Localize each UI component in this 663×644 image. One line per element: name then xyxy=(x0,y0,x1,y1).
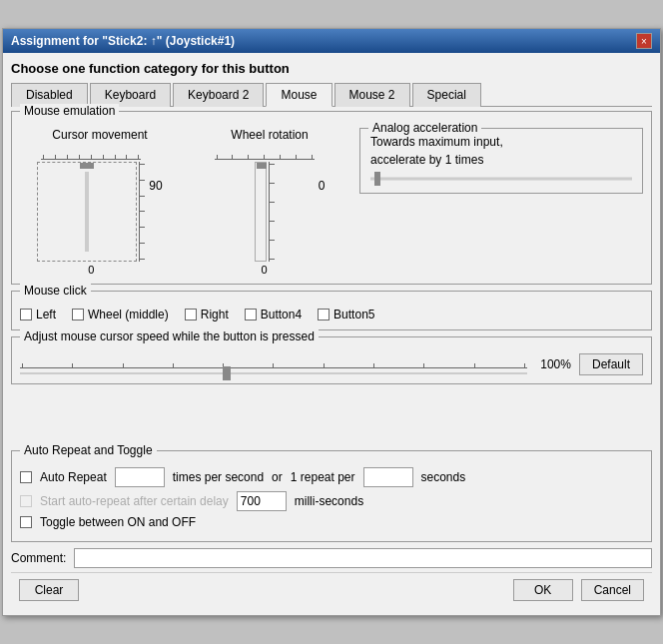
cursor-v-handle[interactable] xyxy=(80,163,94,169)
clear-button[interactable]: Clear xyxy=(19,579,79,601)
wheel-handle[interactable] xyxy=(257,163,267,169)
analog-accel-line2: accelerate by 1 times xyxy=(370,153,632,167)
mouse-click-group: Mouse click Left Wheel (middle) Right Bu… xyxy=(11,291,652,330)
wheel-slider-box[interactable] xyxy=(255,162,267,262)
toggle-label: Toggle between ON and OFF xyxy=(40,515,196,529)
tab-keyboard2[interactable]: Keyboard 2 xyxy=(173,83,264,107)
tab-special[interactable]: Special xyxy=(412,83,481,107)
button5-label: Button5 xyxy=(333,308,374,322)
ok-button[interactable]: OK xyxy=(513,579,573,601)
wheel-vertical-value: 0 xyxy=(319,179,326,193)
left-checkbox[interactable] xyxy=(20,309,32,321)
wheel-value: 0 xyxy=(262,264,268,276)
mouse-click-options: Left Wheel (middle) Right Button4 Button… xyxy=(20,300,643,322)
tab-mouse2[interactable]: Mouse 2 xyxy=(334,83,410,107)
spacer xyxy=(11,390,652,450)
cursor-movement-label: Cursor movement xyxy=(52,128,147,142)
mouse-emulation-group: Mouse emulation Cursor movement xyxy=(11,111,652,285)
mouse-emulation-label: Mouse emulation xyxy=(20,104,119,118)
analog-accel-label: Analog acceleration xyxy=(368,121,481,135)
speed-adjust-inner: 100% Default xyxy=(20,345,643,375)
cursor-vertical-value: 90 xyxy=(149,179,162,193)
right-label: Right xyxy=(201,308,229,322)
title-bar: Assignment for "Stick2: ↑" (Joystick#1) … xyxy=(3,29,660,53)
main-window: Assignment for "Stick2: ↑" (Joystick#1) … xyxy=(2,28,661,616)
auto-repeat-group: Auto Repeat and Toggle Auto Repeat times… xyxy=(11,450,652,542)
mouse-click-button4: Button4 xyxy=(245,308,302,322)
start-delay-checkbox[interactable] xyxy=(20,495,32,507)
seconds-input[interactable] xyxy=(363,467,413,487)
tab-mouse[interactable]: Mouse xyxy=(266,83,332,107)
right-checkbox[interactable] xyxy=(185,309,197,321)
analog-accel-slider[interactable] xyxy=(370,171,632,187)
analog-accel-area: Analog acceleration Towards maximum inpu… xyxy=(359,128,643,194)
window-body: Choose one function category for this bu… xyxy=(3,53,660,615)
or-label: or xyxy=(272,470,283,484)
close-button[interactable]: × xyxy=(636,33,652,49)
bottom-right-buttons: OK Cancel xyxy=(513,579,644,601)
cancel-button[interactable]: Cancel xyxy=(581,579,644,601)
button4-checkbox[interactable] xyxy=(245,309,257,321)
wheel-label: Wheel (middle) xyxy=(88,308,169,322)
speed-slider[interactable] xyxy=(20,356,527,372)
cursor-v-track xyxy=(85,172,89,252)
milli-label: milli-seconds xyxy=(295,494,363,508)
cursor-value: 0 xyxy=(88,264,94,276)
analog-accel-track xyxy=(370,178,632,181)
mouse-click-right: Right xyxy=(185,308,229,322)
comment-input[interactable] xyxy=(74,548,652,568)
times-per-second-label: times per second xyxy=(173,470,264,484)
cursor-movement-area: Cursor movement xyxy=(20,128,180,276)
wheel-rotation-label: Wheel rotation xyxy=(231,128,308,142)
window-title: Assignment for "Stick2: ↑" (Joystick#1) xyxy=(11,34,235,48)
comment-label: Comment: xyxy=(11,551,66,565)
mouse-click-wheel: Wheel (middle) xyxy=(72,308,169,322)
auto-repeat-row3: Toggle between ON and OFF xyxy=(20,515,643,529)
auto-repeat-checkbox[interactable] xyxy=(20,471,32,483)
speed-adjust-label: Adjust mouse cursor speed while the butt… xyxy=(20,329,319,343)
speed-adjust-group: Adjust mouse cursor speed while the butt… xyxy=(11,336,652,384)
mouse-emulation-inner: Cursor movement xyxy=(20,120,643,276)
auto-repeat-row2: Start auto-repeat after certain delay mi… xyxy=(20,491,643,511)
analog-accel-box: Analog acceleration Towards maximum inpu… xyxy=(359,128,643,194)
mouse-click-left: Left xyxy=(20,308,56,322)
wheel-checkbox[interactable] xyxy=(72,309,84,321)
times-input[interactable] xyxy=(115,467,165,487)
button5-checkbox[interactable] xyxy=(318,309,330,321)
auto-repeat-inner: Auto Repeat times per second or 1 repeat… xyxy=(20,459,643,529)
header-instruction: Choose one function category for this bu… xyxy=(11,61,652,76)
cursor-slider-box[interactable] xyxy=(37,162,137,262)
repeat-per-label: 1 repeat per xyxy=(291,470,355,484)
milli-input[interactable] xyxy=(237,491,287,511)
mouse-click-label: Mouse click xyxy=(20,284,91,298)
seconds-label: seconds xyxy=(421,470,466,484)
toggle-checkbox[interactable] xyxy=(20,516,32,528)
speed-value: 100% xyxy=(535,357,571,371)
start-delay-label: Start auto-repeat after certain delay xyxy=(40,494,229,508)
wheel-area: Wheel rotation xyxy=(190,128,349,276)
analog-accel-line1: Towards maximum input, xyxy=(370,135,632,149)
default-button[interactable]: Default xyxy=(579,353,643,375)
auto-repeat-label: Auto Repeat and Toggle xyxy=(20,443,157,457)
auto-repeat-row1: Auto Repeat times per second or 1 repeat… xyxy=(20,467,643,487)
comment-row: Comment: xyxy=(11,548,652,568)
left-label: Left xyxy=(36,308,56,322)
mouse-click-button5: Button5 xyxy=(318,308,374,322)
bottom-bar: Clear OK Cancel xyxy=(11,572,652,607)
button4-label: Button4 xyxy=(261,308,302,322)
auto-repeat-text: Auto Repeat xyxy=(40,470,107,484)
analog-accel-handle[interactable] xyxy=(374,172,380,186)
